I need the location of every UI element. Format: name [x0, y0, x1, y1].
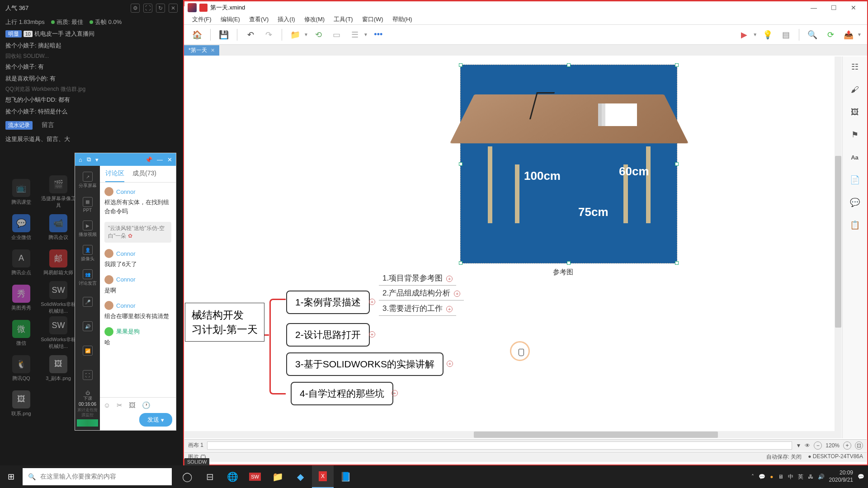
desktop-icon[interactable]: 📺腾讯课堂	[3, 174, 40, 210]
leave-msg-label[interactable]: 留言	[42, 121, 54, 130]
menu-file[interactable]: 文件(F)	[189, 14, 215, 25]
app-button[interactable]: ◆	[289, 465, 311, 488]
desktop-icon[interactable]: SWSolidWorks非标机械结...	[40, 280, 77, 315]
menu-window[interactable]: 窗口(W)	[359, 14, 387, 25]
home-button[interactable]: 🏠	[189, 27, 205, 42]
tray-volume-icon[interactable]: 🔊	[818, 474, 825, 480]
end-class-button[interactable]: ⏻下课	[75, 390, 100, 402]
scrollbar-thumb[interactable]	[474, 432, 718, 438]
solidworks-taskbar-icon[interactable]: SW	[244, 465, 266, 488]
flow-record-badge[interactable]: 流水记录	[5, 121, 33, 130]
desktop-icon[interactable]: 📹腾讯会议	[40, 210, 77, 245]
close-button[interactable]: ✕	[844, 2, 863, 14]
taskbar-search[interactable]: 🔍 在这里输入你要搜索的内容	[23, 468, 172, 485]
horizontal-scrollbar[interactable]	[184, 431, 835, 438]
chevron-down-icon[interactable]: ▼	[363, 32, 368, 37]
clock-icon[interactable]: 🕐	[142, 401, 151, 409]
relationship-button[interactable]: ⟲	[311, 27, 326, 42]
popout-icon[interactable]: ⧉	[87, 156, 91, 163]
home-icon[interactable]: ⌂	[79, 156, 82, 163]
image-icon[interactable]: 🖼	[849, 106, 861, 118]
share-button[interactable]: ⟳	[823, 27, 838, 42]
desktop-icon[interactable]: 🖼3_副本.png	[40, 351, 77, 386]
mindmap-canvas[interactable]: 100cm 60cm 75cm 参考图 械结构开发习计划-第一天 1-案例背景描…	[184, 56, 842, 438]
task-icon[interactable]: 📋	[849, 219, 861, 231]
emoji-icon[interactable]: ☺	[104, 401, 110, 409]
topic-node[interactable]: 1-案例背景描述	[286, 291, 370, 314]
resize-handle[interactable]	[459, 261, 462, 265]
desktop-icon[interactable]: 💬企业微信	[3, 210, 40, 245]
subtopic-node[interactable]: 1.项目背景参考图+	[379, 271, 456, 286]
more-button[interactable]: •••	[371, 27, 386, 42]
explorer-button[interactable]: 📁	[267, 465, 288, 488]
comments-icon[interactable]: 💬	[849, 197, 861, 208]
close-icon[interactable]: ✕	[169, 4, 178, 13]
chevron-down-icon[interactable]: ▼	[857, 32, 862, 37]
search-button[interactable]: 🔍	[805, 27, 820, 42]
vertical-scrollbar[interactable]	[835, 56, 842, 438]
tray-display-icon[interactable]: 🖥	[778, 474, 783, 480]
task-view-button[interactable]: ◯	[176, 465, 198, 488]
refresh-icon[interactable]: ↻	[156, 4, 165, 13]
tray-chevron-up-icon[interactable]: ˄	[751, 474, 754, 480]
desktop-icon[interactable]: 邮网易邮箱大师	[40, 245, 77, 280]
expand-marker-icon[interactable]: +	[447, 361, 453, 367]
resize-handle[interactable]	[567, 63, 571, 67]
scrollbar-thumb[interactable]	[835, 156, 841, 328]
tray-app-icon[interactable]: ●	[770, 474, 773, 480]
subtopic-node[interactable]: 2.产品组成结构分析+	[379, 286, 464, 300]
desktop-icon[interactable]: A腾讯企点	[3, 245, 40, 280]
notifications-icon[interactable]: 💬	[858, 474, 864, 480]
notes-icon[interactable]: 📄	[849, 174, 861, 186]
taskbar-clock[interactable]: 20:092020/9/21	[829, 469, 853, 483]
resize-handle[interactable]	[459, 63, 462, 67]
chevron-down-icon[interactable]: ▾	[95, 156, 99, 163]
undo-button[interactable]: ↶	[243, 27, 258, 42]
image-icon[interactable]: 🖼	[129, 401, 136, 409]
minimize-button[interactable]: —	[804, 2, 824, 14]
ime-indicator[interactable]: 英	[798, 473, 803, 481]
redo-button[interactable]: ↷	[261, 27, 276, 42]
menu-edit[interactable]: 编辑(E)	[217, 14, 244, 25]
resize-handle[interactable]	[675, 261, 679, 265]
menu-modify[interactable]: 修改(M)	[301, 14, 329, 25]
desktop-icon[interactable]: 秀美图秀秀	[3, 280, 40, 315]
edge-button[interactable]: 🌐	[222, 465, 243, 488]
menu-insert[interactable]: 插入(I)	[274, 14, 298, 25]
play-video-button[interactable]: ▶播放视频	[78, 218, 97, 240]
expand-marker-icon[interactable]: +	[454, 291, 460, 297]
desktop-icon[interactable]: 🐧腾讯QQ	[3, 351, 40, 386]
desktop-icon[interactable]: 微微信	[3, 315, 40, 351]
mic-icon[interactable]: 🎤	[78, 291, 97, 313]
tray-network-icon[interactable]: 🖧	[808, 474, 813, 480]
root-topic[interactable]: 械结构开发习计划-第一天	[185, 303, 264, 342]
expand-icon[interactable]: ⛶	[143, 4, 152, 13]
chat-message-list[interactable]: Connor 框选所有实体，在找到组合命令吗 "云淡风轻"送给"乐仿-空白"一朵…	[100, 183, 176, 397]
subtopic-node[interactable]: 3.需要进行的工作+	[379, 301, 456, 316]
speaker-icon[interactable]: 🔊	[78, 316, 97, 338]
menu-tools[interactable]: 工具(T)	[330, 14, 357, 25]
menu-help[interactable]: 帮助(H)	[389, 14, 416, 25]
topic-node[interactable]: 4-自学过程的那些坑	[291, 382, 393, 405]
sheet-input[interactable]	[207, 441, 792, 450]
xmind-titlebar[interactable]: 第一天.xmind — ☐ ✕	[184, 1, 867, 14]
maximize-button[interactable]: ☐	[824, 2, 844, 14]
topic-node[interactable]: 3-基于SOLIDWORKS的实操讲解	[286, 352, 443, 376]
mindmap-image-node[interactable]: 100cm 60cm 75cm	[460, 65, 677, 263]
tab-sheet[interactable]: *第一天✕	[184, 45, 219, 56]
outline-icon[interactable]: ☷	[849, 61, 861, 73]
close-icon[interactable]: ✕	[167, 156, 172, 163]
menu-view[interactable]: 查看(V)	[245, 14, 272, 25]
expand-marker-icon[interactable]: +	[446, 276, 453, 282]
fullscreen-icon[interactable]: ⛶	[78, 365, 97, 386]
desktop-icon[interactable]: 🎬迅捷屏幕录像工具	[40, 174, 77, 210]
zoom-fit-button[interactable]: ⊡	[855, 441, 863, 450]
discuss-button[interactable]: 👥讨论发言	[78, 267, 97, 289]
chevron-down-icon[interactable]: ▼	[753, 32, 757, 37]
marker-icon[interactable]: ⚑	[849, 129, 861, 141]
chevron-down-icon[interactable]: ▼	[304, 32, 308, 37]
idea-button[interactable]: 💡	[760, 27, 775, 42]
send-button[interactable]: 发送 ▾	[139, 413, 172, 427]
summary-button[interactable]: ☰	[347, 27, 363, 42]
share-screen-button[interactable]: ↗分享屏幕	[78, 169, 97, 191]
